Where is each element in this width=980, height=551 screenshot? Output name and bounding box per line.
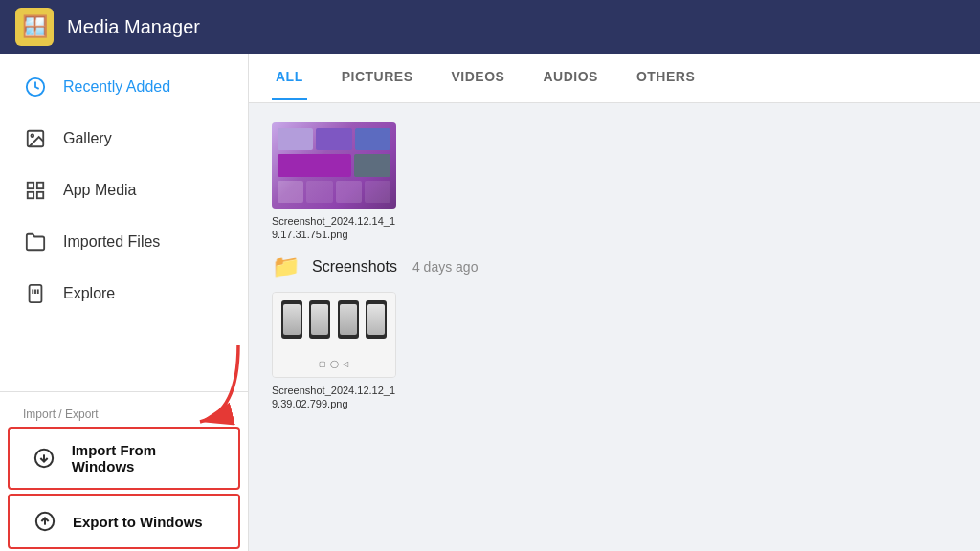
clock-icon (23, 75, 48, 99)
sdcard-icon (23, 281, 48, 306)
sidebar: Recently Added Gallery (0, 54, 249, 551)
export-to-windows-label: Export to Windows (73, 514, 203, 530)
phone-mockup-1 (281, 300, 302, 339)
tab-videos[interactable]: VIDEOS (448, 55, 509, 100)
tab-audios[interactable]: AUDIOS (539, 55, 601, 100)
sidebar-item-label-imported-files: Imported Files (63, 233, 160, 251)
sidebar-item-recently-added[interactable]: Recently Added (0, 61, 248, 113)
svg-rect-4 (37, 183, 43, 188)
top-files-row: Screenshot_2024.12.14_19.17.31.751.png (272, 122, 957, 253)
tab-pictures[interactable]: PICTURES (338, 55, 417, 100)
app-title: Media Manager (67, 16, 200, 38)
thumbnail-bottom-bar: ▢ ◯ ◁ (278, 360, 390, 368)
import-icon (33, 446, 56, 471)
phone-mockup-4 (366, 300, 387, 339)
folder-date: 4 days ago (412, 259, 479, 275)
file-item-2[interactable]: ▢ ◯ ◁ Screenshot_2024.12.12_19.39.02.799… (272, 292, 396, 411)
grid-icon (23, 178, 48, 203)
import-export-actions: Import From Windows Export to Windows (0, 427, 248, 549)
tab-all[interactable]: ALL (272, 55, 307, 100)
svg-rect-6 (37, 192, 43, 198)
content-tabs: ALL PICTURES VIDEOS AUDIOS OTHERS (249, 54, 980, 103)
main-content: ALL PICTURES VIDEOS AUDIOS OTHERS (249, 54, 980, 551)
sidebar-item-label-explore: Explore (63, 285, 115, 302)
import-from-windows-label: Import From Windows (72, 442, 215, 474)
phone-mockup-3 (338, 300, 359, 339)
import-export-section: Import / Export (0, 391, 248, 551)
sidebar-item-label-recently-added: Recently Added (63, 78, 170, 96)
sidebar-item-label-gallery: Gallery (63, 130, 112, 147)
folder-blue-icon: 📁 (272, 253, 301, 280)
folder-row: 📁 Screenshots 4 days ago (272, 253, 957, 280)
file-thumbnail-1 (272, 122, 396, 209)
sidebar-item-imported-files[interactable]: Imported Files (0, 216, 248, 268)
tab-others[interactable]: OTHERS (633, 55, 699, 100)
thumbnail-inner-2: ▢ ◯ ◁ (273, 293, 395, 377)
folder-name: Screenshots (312, 258, 397, 276)
file-item-1[interactable]: Screenshot_2024.12.14_19.17.31.751.png (272, 122, 396, 242)
file-name-1: Screenshot_2024.12.14_19.17.31.751.png (272, 214, 396, 242)
sidebar-item-explore[interactable]: Explore (0, 268, 248, 320)
app-body: Recently Added Gallery (0, 54, 980, 551)
app-icon: 🪟 (15, 8, 54, 46)
folder-files-row: ▢ ◯ ◁ Screenshot_2024.12.12_19.39.02.799… (272, 292, 957, 423)
thumbnail-inner-1 (272, 122, 396, 209)
export-icon (33, 509, 57, 534)
file-thumbnail-2: ▢ ◯ ◁ (272, 292, 396, 378)
sidebar-item-label-app-media: App Media (63, 182, 137, 199)
content-area: Screenshot_2024.12.14_19.17.31.751.png 📁… (249, 103, 980, 551)
image-icon (23, 126, 48, 151)
sidebar-nav: Recently Added Gallery (0, 54, 248, 391)
sidebar-item-gallery[interactable]: Gallery (0, 113, 248, 165)
import-from-windows-button[interactable]: Import From Windows (8, 427, 240, 490)
svg-point-2 (31, 134, 33, 137)
app-header: 🪟 Media Manager (0, 0, 980, 54)
svg-rect-5 (28, 192, 33, 198)
import-export-label: Import / Export (0, 400, 248, 425)
file-name-2: Screenshot_2024.12.12_19.39.02.799.png (272, 384, 396, 411)
phone-mockup-2 (309, 300, 330, 339)
svg-rect-3 (28, 183, 33, 188)
folder-icon (23, 230, 48, 254)
export-to-windows-button[interactable]: Export to Windows (8, 494, 240, 549)
sidebar-item-app-media[interactable]: App Media (0, 165, 248, 216)
